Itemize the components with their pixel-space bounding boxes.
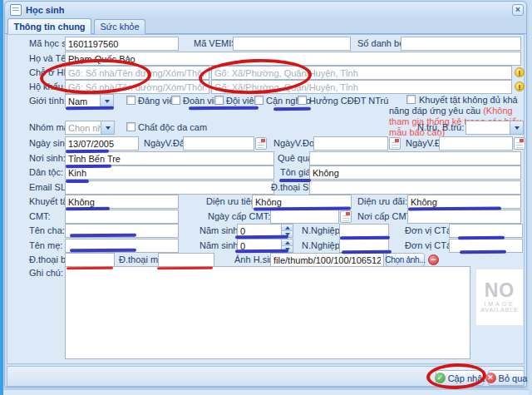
remove-photo-icon[interactable]: − [428, 254, 439, 265]
annotation-underline [342, 250, 392, 254]
student-form-icon [10, 4, 22, 16]
chat-doc-checkbox[interactable] [126, 122, 135, 131]
dialog-titlebar: Học sinh [5, 2, 526, 18]
calendar-icon[interactable] [389, 137, 401, 150]
tab-thong-tin-chung[interactable]: Thông tin chung [7, 18, 91, 34]
dien-uu-tien-label: Diện ưu tiên: [206, 196, 259, 207]
ntru-btru-label: N.trú, B.trú: [417, 122, 464, 133]
parent-window-left-border [0, 0, 3, 395]
annotation-underline [235, 235, 288, 239]
ngay-sinh-input[interactable] [65, 136, 139, 151]
cmt-input[interactable] [65, 210, 179, 224]
annotation-underline [70, 234, 136, 238]
noi-cap-cmt-label: Nơi cấp CMT: [357, 211, 413, 222]
ngayv-doi-input[interactable] [439, 136, 513, 151]
gioi-tinh-value: Nam [66, 96, 100, 106]
parent-window-bottom-bar [3, 389, 529, 395]
nam-sinh-cha-label: Năm sinh: [200, 225, 241, 236]
annotation-underline [340, 236, 390, 239]
dang-vien-checkbox[interactable] [126, 96, 135, 105]
chevron-down-icon[interactable] [510, 121, 523, 134]
annotation-underline [254, 207, 351, 211]
anh-hs-path-input[interactable] [270, 253, 384, 267]
bo-qua-button[interactable]: ✕ Bỏ qua [488, 370, 525, 386]
annotation-underline-red [157, 267, 213, 269]
nam-sinh-me-label: Năm sinh: [200, 240, 241, 251]
screen: Học sinh × Thông tin chung Sức khỏe Mã h… [0, 0, 532, 395]
annotation-underline [66, 165, 111, 168]
warning-icon: ! [515, 81, 525, 91]
ma-vemis-input[interactable] [233, 37, 351, 51]
annotation-underline [70, 249, 136, 253]
nhom-mau-select[interactable]: Chọn nhóm máu [65, 121, 115, 135]
email-sll-input[interactable] [65, 180, 274, 195]
no-image-line1: NO [485, 282, 515, 299]
cmt-label: CMT: [29, 211, 51, 222]
annotation-underline-red [66, 267, 113, 269]
que-quan-input[interactable] [309, 151, 521, 165]
so-danh-bo-label: Số danh bộ: [357, 38, 406, 49]
ma-hoc-sinh-input[interactable] [65, 37, 179, 51]
chon-anh-button[interactable]: Chọn ảnh... [386, 253, 425, 267]
ghi-chu-label: Ghi chú: [29, 268, 63, 279]
warning-icon: ! [515, 67, 525, 77]
calendar-icon[interactable] [514, 137, 525, 150]
annotation-underline [279, 179, 311, 182]
no-image-placeholder: NO IMAGE AVAILABLE [475, 269, 524, 326]
so-danh-bo-input[interactable] [401, 37, 521, 51]
calendar-icon[interactable] [255, 137, 267, 150]
dthoai-bo-input[interactable] [65, 253, 115, 267]
ghi-chu-textarea[interactable] [65, 266, 470, 359]
nghiep-me-label: N.Nghiệp: [302, 240, 342, 251]
doi-vien-checkbox[interactable] [214, 96, 224, 105]
bo-qua-label: Bỏ qua [499, 373, 528, 383]
annotation-underline [408, 207, 501, 211]
noi-cap-cmt-input[interactable] [407, 210, 521, 224]
no-image-line2: IMAGE [484, 301, 515, 307]
spinner-up-icon[interactable] [282, 239, 293, 245]
huong-cddt-label: Hưởng CĐĐT NTrú [309, 96, 388, 106]
huong-cddt-checkbox[interactable] [298, 96, 307, 105]
spinner-up-icon[interactable] [282, 225, 293, 230]
annotation-underline [66, 180, 89, 183]
ngay-cap-cmt-input[interactable] [270, 210, 339, 224]
dthoai-sll-input[interactable] [309, 180, 521, 195]
doan-vien-checkbox[interactable] [171, 96, 180, 105]
ton-giao-input[interactable] [309, 165, 521, 180]
dan-toc-label: Dân tộc: [29, 167, 63, 178]
annotation-underline [66, 150, 109, 153]
ngay-cap-cmt-label: Ngày cấp CMT: [208, 211, 270, 222]
close-icon[interactable]: × [512, 4, 524, 16]
ntru-btru-select[interactable] [466, 121, 524, 135]
chat-doc-label: Chất độc da cam [138, 122, 207, 133]
ten-me-label: Tên mẹ: [29, 240, 62, 251]
dialog-title: Học sinh [26, 5, 64, 15]
can-ngheo-checkbox[interactable] [254, 96, 264, 105]
ngayv-doan-input[interactable] [313, 136, 388, 151]
chon-anh-label: Chọn ảnh... [385, 255, 425, 264]
annotation-underline [66, 106, 114, 110]
tab-suc-khoe[interactable]: Sức khỏe [94, 19, 145, 34]
annotation-underline [66, 207, 110, 210]
annotation-underline [273, 107, 311, 111]
noi-sinh-label: Nơi sinh: [29, 153, 66, 164]
chevron-down-icon[interactable] [101, 121, 114, 134]
gioi-tinh-label: Giới tính: [29, 96, 66, 106]
annotation-underline [189, 106, 259, 111]
dthoai-me-input[interactable] [158, 253, 214, 267]
ten-cha-label: Tên cha: [29, 225, 65, 236]
ngayv-dang-input[interactable] [183, 136, 254, 151]
nghiep-cha-label: N.Nghiệp: [302, 225, 342, 236]
annotation-underline [458, 236, 505, 239]
cross-icon: ✕ [485, 373, 496, 383]
annotation-underline [235, 249, 288, 253]
chevron-down-icon[interactable] [100, 95, 113, 107]
no-image-line3: AVAILABLE [480, 307, 519, 313]
annotation-underline [460, 250, 506, 254]
nhom-mau-value: Chọn nhóm máu [66, 123, 101, 133]
calendar-icon[interactable] [340, 210, 352, 223]
dien-uu-dai-label: Diện ưu đãi: [357, 196, 407, 207]
noi-sinh-input[interactable] [65, 151, 274, 165]
